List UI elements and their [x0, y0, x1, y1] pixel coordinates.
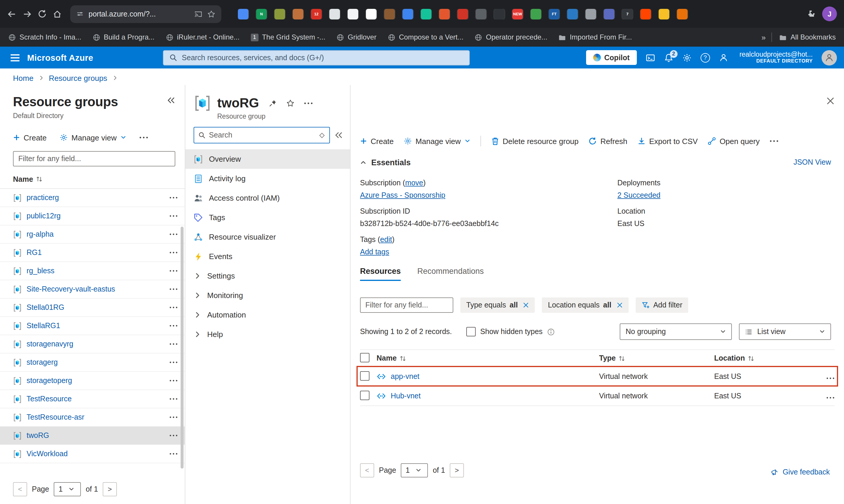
address-bar[interactable]: portal.azure.com/?...	[70, 5, 221, 23]
select-all-checkbox[interactable]	[360, 353, 370, 362]
name-column-header[interactable]: Name	[0, 174, 185, 189]
resource-group-row[interactable]: VicWorkload	[0, 445, 185, 463]
browser-forward-icon[interactable]	[22, 9, 32, 19]
scrollbar-thumb[interactable]	[181, 227, 183, 469]
browser-reload-icon[interactable]	[38, 10, 47, 18]
row-more-icon[interactable]	[169, 288, 178, 290]
open-query-button[interactable]: Open query	[708, 137, 759, 145]
add-tags-link[interactable]: Add tags	[360, 248, 389, 256]
row-more-icon[interactable]	[169, 215, 178, 217]
next-page-button[interactable]: >	[103, 482, 117, 496]
location-filter-pill[interactable]: Location equals all	[542, 298, 629, 313]
resource-group-row[interactable]: practicerg	[0, 189, 185, 207]
bookmark-item[interactable]: Compose to a Vert...	[388, 33, 464, 41]
bookmark-item[interactable]: Imported From Fir...	[559, 33, 632, 41]
bookmark-item[interactable]: Scratch Info - Ima...	[8, 33, 81, 41]
breadcrumb-home[interactable]: Home	[13, 73, 33, 82]
resource-group-row[interactable]: StellaRG1	[0, 317, 185, 335]
resource-group-row[interactable]: storagenavyrg	[0, 335, 185, 354]
row-checkbox[interactable]	[360, 390, 370, 400]
extension-icon[interactable]: N	[256, 8, 267, 19]
account-info[interactable]: realcloudprojects@hot... DEFAULT DIRECTO…	[739, 51, 813, 64]
all-bookmarks-button[interactable]: All Bookmarks	[779, 33, 836, 41]
resource-group-link[interactable]: StellaRG1	[26, 322, 165, 330]
cloud-shell-icon[interactable]	[646, 53, 655, 62]
location-column-header[interactable]: Location	[714, 354, 814, 362]
resource-group-link[interactable]: public12rg	[26, 212, 165, 220]
row-more-icon[interactable]	[169, 453, 178, 455]
bookmarks-overflow-button[interactable]: »	[761, 33, 766, 42]
prev-page-button[interactable]: <	[360, 463, 374, 478]
resource-group-link[interactable]: practicerg	[26, 194, 165, 202]
bookmark-item[interactable]: Gridlover	[337, 33, 376, 41]
essentials-title[interactable]: Essentials	[371, 158, 411, 167]
bookmark-item[interactable]: Build a Progra...	[92, 33, 154, 41]
edit-tags-link[interactable]: edit	[380, 235, 392, 244]
chevron-up-icon[interactable]	[360, 159, 366, 165]
breadcrumb-resource-groups[interactable]: Resource groups	[49, 73, 107, 82]
extension-icon[interactable]	[677, 8, 687, 19]
menu-item-overview[interactable]: Overview	[185, 149, 350, 169]
browser-home-icon[interactable]	[53, 9, 62, 19]
extension-icon[interactable]	[402, 8, 413, 19]
resource-group-link[interactable]: rg_bless	[26, 267, 165, 275]
add-filter-button[interactable]: Add filter	[636, 298, 688, 313]
collapse-menu-icon[interactable]	[335, 132, 343, 139]
bookmark-item[interactable]: Operator precede...	[475, 33, 547, 41]
extension-icon[interactable]	[567, 8, 578, 19]
bookmark-item[interactable]: iRuler.net - Online...	[166, 33, 240, 41]
row-more-icon[interactable]	[169, 270, 178, 272]
resource-group-row[interactable]: storagetoperg	[0, 372, 185, 390]
row-more-icon[interactable]	[169, 325, 178, 327]
filter-input[interactable]	[13, 151, 175, 166]
page-select[interactable]: 1	[54, 482, 81, 496]
remove-filter-icon[interactable]	[617, 302, 623, 308]
table-row[interactable]: app-vnet Virtual network East US	[360, 367, 834, 386]
resource-link[interactable]: app-vnet	[391, 372, 419, 381]
resource-group-row[interactable]: storagerg	[0, 354, 185, 372]
resource-group-link[interactable]: TestResource-asr	[26, 413, 165, 421]
remove-filter-icon[interactable]	[523, 302, 529, 308]
resource-group-row[interactable]: RG1	[0, 244, 185, 262]
close-blade-icon[interactable]	[826, 97, 834, 105]
help-button[interactable]: ?	[701, 53, 710, 62]
collapse-panel-icon[interactable]	[167, 97, 175, 104]
row-more-icon[interactable]	[826, 396, 834, 399]
menu-item-tags[interactable]: Tags	[185, 208, 350, 227]
row-more-icon[interactable]	[169, 197, 178, 199]
row-more-icon[interactable]	[169, 379, 178, 382]
extension-icon[interactable]	[238, 8, 249, 19]
move-link[interactable]: move	[405, 179, 423, 187]
account-avatar[interactable]	[822, 50, 837, 65]
deployments-link[interactable]: 2 Succeeded	[617, 191, 661, 199]
info-icon[interactable]	[547, 328, 555, 336]
row-more-icon[interactable]	[169, 416, 178, 418]
extension-icon[interactable]	[348, 8, 358, 19]
extension-icon[interactable]	[457, 8, 468, 19]
extension-icon[interactable]: NEW	[512, 8, 523, 19]
extension-icon[interactable]	[640, 8, 651, 19]
pin-icon[interactable]	[269, 99, 277, 107]
extension-icon[interactable]	[531, 8, 541, 19]
export-csv-button[interactable]: Export to CSV	[638, 137, 698, 145]
resource-filter-input[interactable]	[360, 298, 453, 313]
resource-group-link[interactable]: twoRG	[26, 431, 165, 440]
settings-gear-icon[interactable]	[682, 53, 692, 62]
menu-group[interactable]: Monitoring	[185, 286, 350, 305]
extension-icon[interactable]	[274, 8, 285, 19]
feedback-person-icon[interactable]	[719, 53, 728, 62]
resource-group-row[interactable]: rg_bless	[0, 262, 185, 280]
extensions-menu-icon[interactable]	[806, 10, 815, 18]
extension-icon[interactable]	[604, 8, 614, 19]
menu-item-events[interactable]: Events	[185, 247, 350, 266]
bookmark-item[interactable]: 1 The Grid System -...	[251, 33, 325, 41]
extension-icon[interactable]	[439, 8, 450, 19]
more-icon[interactable]	[304, 102, 313, 105]
menu-group[interactable]: Help	[185, 325, 350, 344]
site-info-icon[interactable]	[76, 10, 84, 18]
row-more-icon[interactable]	[826, 377, 834, 379]
name-column-header[interactable]: Name	[377, 354, 599, 362]
resource-group-link[interactable]: storagenavyrg	[26, 340, 165, 348]
resource-group-row[interactable]: TestResource-asr	[0, 408, 185, 427]
menu-search[interactable]	[194, 127, 330, 143]
